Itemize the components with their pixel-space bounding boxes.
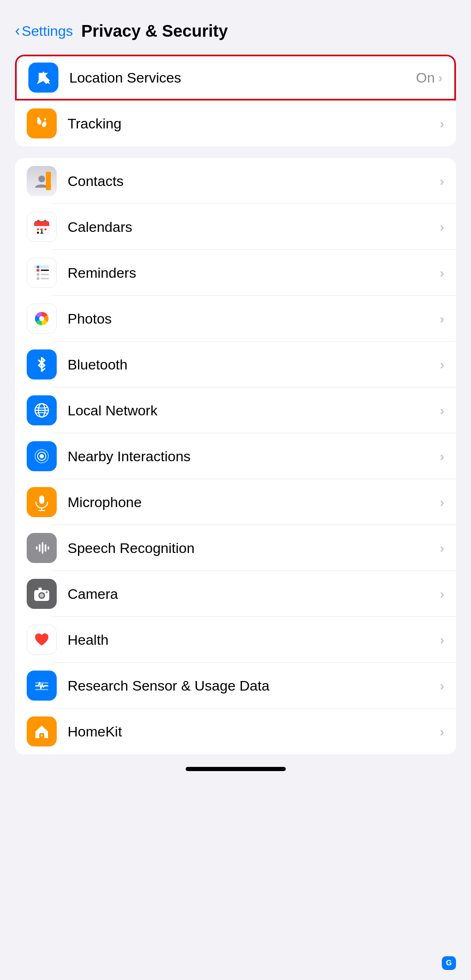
svg-point-18	[37, 269, 40, 272]
page-title: Privacy & Security	[81, 22, 456, 40]
bluetooth-icon	[27, 349, 57, 379]
research-sensor-label: Research Sensor & Usage Data	[68, 678, 440, 694]
reminders-icon	[27, 258, 57, 288]
svg-point-16	[37, 232, 39, 234]
speech-recognition-chevron-icon: ›	[440, 541, 444, 555]
health-icon	[27, 625, 57, 655]
nearby-interactions-label: Nearby Interactions	[68, 448, 440, 465]
homekit-label: HomeKit	[68, 724, 440, 740]
bluetooth-chevron-icon: ›	[440, 358, 444, 371]
photos-row[interactable]: Photos ›	[15, 296, 456, 342]
svg-rect-48	[35, 682, 48, 683]
svg-rect-46	[35, 689, 48, 690]
svg-point-45	[46, 591, 48, 593]
tracking-row[interactable]: Tracking ›	[15, 101, 456, 146]
homekit-chevron-icon: ›	[440, 725, 444, 738]
contacts-label: Contacts	[68, 173, 440, 189]
bluetooth-label: Bluetooth	[68, 357, 440, 373]
svg-rect-44	[38, 588, 42, 590]
svg-rect-24	[34, 265, 49, 269]
header: ‹ Settings Privacy & Security	[0, 0, 471, 50]
microphone-label: Microphone	[68, 494, 440, 510]
local-network-row[interactable]: Local Network ›	[15, 387, 456, 433]
svg-point-15	[45, 229, 47, 231]
svg-rect-37	[39, 544, 40, 552]
calendars-icon: 1	[27, 212, 57, 242]
svg-point-19	[37, 273, 40, 276]
svg-point-43	[40, 593, 44, 598]
nearby-interactions-icon	[27, 441, 57, 471]
location-services-chevron-icon: ›	[438, 71, 443, 84]
location-services-value: On	[416, 70, 435, 86]
svg-point-20	[37, 277, 40, 280]
svg-point-30	[40, 454, 44, 458]
svg-point-12	[44, 220, 46, 222]
svg-rect-33	[39, 495, 44, 504]
reminders-label: Reminders	[68, 265, 440, 281]
health-chevron-icon: ›	[440, 633, 444, 646]
homekit-row[interactable]: HomeKit ›	[15, 709, 456, 754]
svg-point-25	[37, 266, 39, 268]
speech-recognition-icon	[27, 533, 57, 563]
camera-label: Camera	[68, 586, 440, 602]
svg-rect-38	[42, 542, 43, 554]
home-indicator	[186, 767, 286, 771]
svg-point-3	[37, 117, 40, 120]
tracking-icon	[27, 108, 57, 138]
speech-recognition-row[interactable]: Speech Recognition ›	[15, 525, 456, 571]
svg-rect-40	[48, 546, 49, 550]
local-network-icon	[27, 395, 57, 425]
back-chevron-icon: ‹	[15, 23, 20, 38]
camera-row[interactable]: Camera ›	[15, 571, 456, 617]
svg-point-14	[41, 229, 43, 231]
contacts-row[interactable]: Contacts ›	[15, 158, 456, 204]
photos-icon	[27, 304, 57, 334]
svg-point-13	[37, 229, 39, 231]
svg-point-50	[41, 735, 43, 736]
tracking-chevron-icon: ›	[440, 117, 444, 130]
back-button[interactable]: ‹ Settings	[15, 23, 73, 39]
health-label: Health	[68, 632, 440, 648]
contacts-icon	[27, 166, 57, 196]
microphone-chevron-icon: ›	[440, 495, 444, 509]
photos-chevron-icon: ›	[440, 312, 444, 325]
health-row[interactable]: Health ›	[15, 617, 456, 663]
calendars-row[interactable]: 1 Calendars ›	[15, 204, 456, 250]
svg-rect-9	[34, 224, 49, 226]
svg-point-26	[39, 316, 44, 321]
research-sensor-icon	[27, 671, 57, 701]
location-services-row[interactable]: Location Services On ›	[15, 55, 456, 101]
svg-point-2	[41, 121, 47, 128]
svg-rect-6	[46, 172, 51, 190]
location-services-icon	[28, 63, 58, 93]
calendars-label: Calendars	[68, 219, 440, 235]
calendars-chevron-icon: ›	[440, 220, 444, 234]
camera-chevron-icon: ›	[440, 587, 444, 601]
camera-icon	[27, 579, 57, 609]
microphone-icon	[27, 487, 57, 517]
bluetooth-row[interactable]: Bluetooth ›	[15, 342, 456, 387]
svg-point-5	[38, 176, 45, 182]
watermark: G	[442, 956, 456, 970]
svg-rect-39	[45, 544, 46, 552]
speech-recognition-label: Speech Recognition	[68, 540, 440, 556]
research-sensor-row[interactable]: Research Sensor & Usage Data ›	[15, 663, 456, 709]
photos-label: Photos	[68, 311, 440, 327]
reminders-row[interactable]: Reminders ›	[15, 250, 456, 296]
microphone-row[interactable]: Microphone ›	[15, 479, 456, 525]
top-section: Location Services On › Tracking ›	[15, 55, 456, 146]
local-network-label: Local Network	[68, 402, 440, 419]
svg-point-11	[37, 220, 40, 222]
homekit-icon	[27, 716, 57, 746]
local-network-chevron-icon: ›	[440, 404, 444, 417]
location-services-label: Location Services	[69, 70, 416, 86]
nearby-interactions-chevron-icon: ›	[440, 450, 444, 463]
nearby-interactions-row[interactable]: Nearby Interactions ›	[15, 433, 456, 479]
main-section: Contacts › 1 Calendars ›	[15, 158, 456, 754]
watermark-text: G	[446, 959, 452, 967]
back-label: Settings	[22, 23, 73, 39]
svg-point-4	[44, 118, 46, 121]
research-sensor-chevron-icon: ›	[440, 679, 444, 692]
svg-rect-36	[36, 546, 38, 550]
tracking-label: Tracking	[68, 116, 440, 132]
